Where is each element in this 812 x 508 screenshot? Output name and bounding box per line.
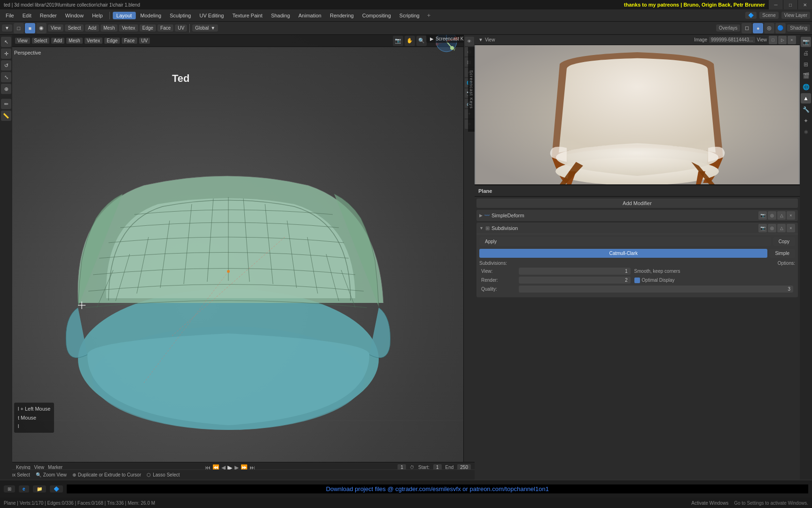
move-tool[interactable]: ✛ [1,48,11,59]
duplicate-item[interactable]: ⊕ Duplicate or Extrude to Cursor [72,472,141,477]
screencast-keys-tab[interactable]: Screencast Keys [468,47,475,132]
transform-space[interactable]: Global ▼ [192,24,218,32]
scale-tool[interactable]: ⤡ [1,72,11,82]
sd-icon-close[interactable]: × [787,211,795,220]
sub-icon-edit[interactable]: △ [777,224,786,232]
menu-edit[interactable]: Edit [19,12,35,19]
catmull-clark-btn[interactable]: Catmull-Clark [479,249,767,258]
explorer-btn[interactable]: 📁 [33,485,46,492]
tab-modeling[interactable]: Modeling [137,12,165,19]
add-btn[interactable]: Add [85,24,99,32]
shading-rendered-icon[interactable]: 🔵 [775,23,786,33]
sd-icon-render[interactable]: ◎ [768,211,776,220]
view-btn[interactable]: View [48,24,64,32]
vp-uv-btn[interactable]: UV [139,38,150,44]
render-value[interactable]: 2 [519,277,631,284]
patreon-link[interactable]: patreon.com/topchannel1on1 [470,485,549,492]
menu-window[interactable]: Window [62,12,87,19]
transform-tool[interactable]: ⊕ [1,84,11,94]
shading-dropdown[interactable]: Shading [787,24,810,32]
ref-view-btn2[interactable]: View [757,37,767,42]
vp-search-icon[interactable]: 🔍 [416,36,427,46]
material-icon[interactable]: ◉ [36,23,47,33]
ie-btn[interactable]: e [19,485,29,492]
prop-icon-modifiers[interactable]: 🔧 [801,104,811,115]
sub-icon-cam[interactable]: 📷 [758,224,767,232]
select-tool[interactable]: ↖ [1,37,11,47]
ref-icon-2[interactable]: ▷ [778,36,787,44]
view-layer-dropdown[interactable]: View Layer [781,12,810,19]
annotate-tool[interactable]: ✏ [1,99,11,109]
cgtrader-link[interactable]: cgtrader.com/esmilesvfx [395,485,461,492]
measure-tool[interactable]: 📏 [1,111,11,121]
prop-icon-world[interactable]: 🌐 [801,82,811,92]
prop-icon-output[interactable]: 🖨 [801,48,811,58]
vp-mesh-btn[interactable]: Mesh [66,38,82,44]
overlays-btn[interactable]: Overlays [716,24,740,32]
prop-icon-particles[interactable]: ✦ [801,116,811,126]
uv-btn[interactable]: UV [175,24,187,32]
windows-btn[interactable]: ⊞ [4,485,15,492]
add-modifier-btn[interactable]: Add Modifier [476,198,798,208]
vp-add-btn[interactable]: Add [51,38,64,44]
menu-help[interactable]: Help [88,12,107,19]
vp-camera-icon[interactable]: 📷 [393,36,403,46]
copy-btn[interactable]: Copy [773,237,795,246]
prop-icon-render[interactable]: 📷 [801,37,811,47]
wireframe-icon[interactable]: □ [14,23,24,33]
sub-icon-close[interactable]: × [787,224,795,232]
ref-icon-1[interactable]: □ [769,36,777,44]
vp-select-btn[interactable]: Select [32,38,50,44]
sd-icon-edit[interactable]: △ [777,211,786,220]
prop-icon-physics[interactable]: ⚛ [801,127,811,137]
apply-btn[interactable]: Apply [479,237,771,246]
lasso-item[interactable]: ⬡ Lasso Select [147,472,180,477]
tab-rendering[interactable]: Rendering [326,12,358,19]
ref-filename[interactable]: 999999-68114443... [709,37,755,43]
tab-sculpting[interactable]: Sculpting [166,12,195,19]
edge-btn[interactable]: Edge [140,24,156,32]
prop-icon-scene[interactable]: 🎬 [801,71,811,81]
solid-icon[interactable]: ■ [25,23,35,33]
tab-shading[interactable]: Shading [267,12,294,19]
tab-uv-editing[interactable]: UV Editing [195,12,227,19]
add-tab-btn[interactable]: + [424,11,434,20]
vp-vertex-btn[interactable]: Vertex [85,38,102,44]
vp-view-btn[interactable]: View [15,38,30,44]
tab-texture-paint[interactable]: Texture Paint [228,12,266,19]
tab-animation[interactable]: Animation [295,12,325,19]
viewport[interactable]: Perspective Ted View Select Add Mesh Ver… [12,35,475,480]
mesh-btn[interactable]: Mesh [101,24,117,32]
scene-dropdown[interactable]: Scene [759,12,778,19]
maximize-btn[interactable]: □ [783,0,797,9]
shading-render-icon[interactable]: ◎ [764,23,774,33]
tab-layout[interactable]: Layout [113,12,136,19]
shading-solid-icon[interactable]: ● [753,23,763,33]
simple-btn[interactable]: Simple [769,249,795,258]
ref-icon-3[interactable]: × [788,36,796,44]
tab-compositing[interactable]: Compositing [359,12,395,19]
ref-view-btn[interactable]: ▼ [478,37,483,42]
face-btn[interactable]: Face [157,24,173,32]
simpledeform-header[interactable]: ▶ 〰 SimpleDeform 📷 ◎ △ × [476,210,798,221]
menu-render[interactable]: Render [36,12,61,19]
zoom-view-item[interactable]: 🔍 Zoom View [36,472,67,477]
blender-taskbar-btn[interactable]: 🔷 [50,485,63,492]
sub-icon-render[interactable]: ◎ [768,224,776,232]
subdivision-header[interactable]: ▼ ⊞ Subdivision 📷 ◎ △ × [476,222,798,234]
quality-value[interactable]: 3 [519,286,793,293]
vp-edge-btn[interactable]: Edge [104,38,120,44]
close-btn[interactable]: ✕ [798,0,812,9]
optimal-display-cb[interactable] [634,278,640,283]
rotate-tool[interactable]: ↺ [1,60,11,71]
vp-hand-icon[interactable]: ✋ [405,36,415,46]
tab-scripting[interactable]: Scripting [396,12,423,19]
vertex-btn[interactable]: Vertex [119,24,138,32]
mode-dropdown[interactable]: ▼ [2,24,12,32]
vp-right-eye[interactable]: 👁 [465,37,474,46]
menu-file[interactable]: File [2,12,18,19]
sd-icon-cam[interactable]: 📷 [758,211,767,220]
view-value[interactable]: 1 [519,268,631,275]
select-btn[interactable]: Select [65,24,84,32]
vp-face-btn[interactable]: Face [122,38,137,44]
